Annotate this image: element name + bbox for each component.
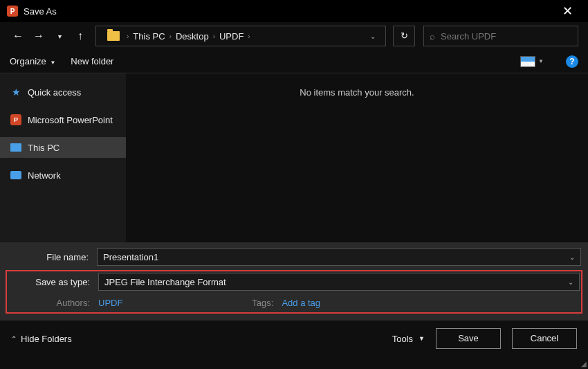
sidebar-item-label: Network	[28, 170, 61, 181]
sidebar-item-label: Microsoft PowerPoint	[28, 115, 113, 125]
refresh-button[interactable]: ↻	[393, 26, 415, 46]
window-title: Save As	[24, 6, 553, 17]
footer: ⌃ Hide Folders Tools ▼ Save Cancel	[0, 321, 588, 357]
filename-label: File name:	[7, 252, 97, 262]
authors-label: Authors:	[8, 298, 98, 308]
command-bar: Organize ▼ New folder ▼ ?	[0, 50, 588, 73]
address-dropdown[interactable]: ⌄	[366, 33, 380, 40]
address-bar[interactable]: › This PC › Desktop › UPDF › ⌄	[95, 26, 386, 46]
chevron-up-icon: ⌃	[11, 335, 17, 343]
breadcrumb-desktop[interactable]: Desktop	[176, 31, 209, 42]
chevron-down-icon: ⌄	[568, 278, 573, 286]
view-icon	[520, 56, 535, 67]
form-area: File name: Presentation1 ⌄ Save as type:…	[0, 242, 588, 321]
tools-dropdown[interactable]: Tools ▼	[392, 334, 425, 344]
sidebar-item-quick-access[interactable]: ★ Quick access	[0, 82, 126, 102]
highlight-box: Save as type: JPEG File Interchange Form…	[6, 270, 582, 314]
pc-icon	[10, 143, 21, 152]
filename-input[interactable]: Presentation1 ⌄	[97, 248, 581, 266]
save-button[interactable]: Save	[436, 328, 501, 349]
powerpoint-icon: P	[7, 6, 18, 17]
main-body: ★ Quick access P Microsoft PowerPoint Th…	[0, 73, 588, 242]
chevron-right-icon: ›	[169, 33, 172, 40]
saveastype-label: Save as type:	[8, 277, 98, 287]
metadata-row: Authors: UPDF Tags: Add a tag	[8, 291, 580, 311]
forward-button[interactable]: →	[30, 30, 47, 42]
search-box[interactable]: ⌕	[423, 26, 578, 46]
star-icon: ★	[10, 87, 22, 98]
tags-value[interactable]: Add a tag	[282, 298, 320, 308]
sidebar-item-label: This PC	[28, 143, 59, 153]
chevron-down-icon: ⌄	[569, 253, 575, 261]
cancel-button[interactable]: Cancel	[512, 328, 577, 349]
sidebar-item-label: Quick access	[28, 87, 81, 98]
breadcrumb-updf[interactable]: UPDF	[219, 31, 244, 42]
up-button[interactable]: ↑	[72, 30, 89, 42]
navigation-bar: ← → ▾ ↑ › This PC › Desktop › UPDF › ⌄ ↻…	[0, 22, 588, 50]
hide-folders-button[interactable]: ⌃ Hide Folders	[11, 334, 72, 344]
back-button[interactable]: ←	[10, 30, 26, 42]
breadcrumb-this-pc[interactable]: This PC	[133, 31, 165, 42]
file-list-pane: No items match your search.	[126, 73, 588, 242]
search-input[interactable]	[441, 31, 572, 42]
folder-icon	[107, 31, 120, 41]
tools-label: Tools	[392, 334, 413, 344]
sidebar-item-network[interactable]: Network	[0, 165, 126, 186]
hide-folders-label: Hide Folders	[21, 334, 72, 344]
chevron-down-icon: ▼	[538, 58, 544, 64]
chevron-right-icon: ›	[127, 33, 129, 40]
saveastype-value: JPEG File Interchange Format	[104, 277, 226, 287]
empty-message: No items match your search.	[126, 87, 588, 98]
resize-grip[interactable]: ◢	[581, 360, 587, 368]
sidebar-item-this-pc[interactable]: This PC	[0, 137, 126, 158]
tags-label: Tags:	[240, 298, 282, 308]
sidebar-item-powerpoint[interactable]: P Microsoft PowerPoint	[0, 109, 126, 130]
organize-label: Organize	[10, 56, 46, 66]
chevron-right-icon: ›	[248, 33, 250, 40]
chevron-down-icon: ▼	[419, 335, 425, 342]
powerpoint-icon: P	[10, 114, 21, 125]
saveastype-row: Save as type: JPEG File Interchange Form…	[8, 273, 580, 291]
help-button[interactable]: ?	[566, 55, 578, 68]
title-bar: P Save As ✕	[0, 0, 588, 22]
new-folder-button[interactable]: New folder	[71, 56, 113, 66]
filename-row: File name: Presentation1 ⌄	[7, 248, 581, 266]
recent-locations-button[interactable]: ▾	[51, 33, 68, 40]
saveastype-dropdown[interactable]: JPEG File Interchange Format ⌄	[98, 273, 580, 291]
network-icon	[10, 171, 21, 179]
close-button[interactable]: ✕	[553, 3, 581, 19]
chevron-right-icon: ›	[213, 33, 215, 40]
authors-value[interactable]: UPDF	[98, 298, 122, 308]
chevron-down-icon: ▼	[50, 60, 55, 66]
view-button[interactable]: ▼	[520, 56, 544, 67]
organize-button[interactable]: Organize ▼	[10, 56, 55, 66]
navigation-pane: ★ Quick access P Microsoft PowerPoint Th…	[0, 73, 126, 242]
filename-value: Presentation1	[103, 252, 158, 262]
search-icon: ⌕	[430, 31, 435, 42]
